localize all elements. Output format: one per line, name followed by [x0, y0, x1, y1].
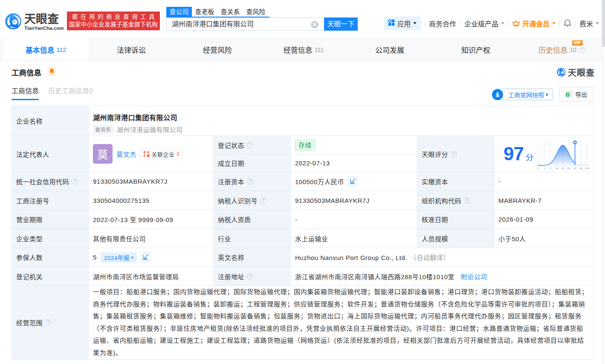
search-tab-relation[interactable]: 查关系 — [217, 7, 243, 17]
company-nav-tabs: 基本信息 112 法律诉讼 经营风险 经营信息 111 公司发展 知识产权 VI… — [0, 39, 605, 61]
arrow-right-icon — [546, 93, 548, 96]
reg-status-label: 登记状态 ? — [214, 136, 291, 154]
taxpayer-qual-value: - — [291, 210, 417, 229]
related-companies-badge[interactable]: 关联企业 3 — [139, 149, 184, 159]
arrow-right-icon — [132, 256, 133, 259]
apps-menu[interactable]: 应用 — [384, 16, 421, 30]
insured-cell: 5 2024年报 — [89, 248, 214, 267]
chevron-down-icon — [501, 22, 504, 24]
nearby-companies-link[interactable]: 附近公司 — [461, 273, 487, 280]
menu-divider — [425, 20, 425, 26]
tab-basic-info-label: 基本信息 — [26, 44, 55, 55]
notifications-bell[interactable] — [564, 19, 571, 27]
search-tab-boss[interactable]: 查老板 — [192, 7, 217, 17]
bell-icon — [49, 68, 55, 74]
tab-risk[interactable]: 经营风险 — [174, 39, 261, 60]
address-label: 注册地址 ? — [214, 267, 291, 286]
tab-basic-info[interactable]: 基本信息 112 — [3, 39, 88, 60]
menu-open-vip-label: 开通会员 — [522, 18, 550, 29]
reg-status-cell: 存续 — [291, 136, 417, 154]
svg-text:85: 85 — [567, 167, 571, 170]
search-tab-company[interactable]: 查公司 — [166, 7, 192, 17]
active-tab-underline — [12, 99, 39, 100]
chevron-down-icon — [596, 22, 599, 24]
score-cell[interactable]: 97 分 — [494, 136, 594, 172]
clear-search-icon[interactable] — [311, 21, 318, 29]
svg-text:99: 99 — [579, 167, 583, 170]
search-tabs: 查公司 查老板 查关系 查风险 — [166, 7, 269, 17]
crown-icon — [512, 20, 520, 26]
logo-text: 天眼查 TianYanCha.com — [24, 14, 64, 31]
tab-legal-label: 法律诉讼 — [117, 44, 146, 55]
table-row: 参保人数 5 2024年报 英文名称 Huz — [12, 248, 594, 267]
avatar[interactable]: 莫 — [93, 144, 113, 164]
tab-ip[interactable]: 知识产权 — [433, 39, 519, 60]
capital-trend-icon[interactable] — [348, 176, 358, 186]
related-companies-count: 3 — [177, 151, 180, 157]
tab-legal[interactable]: 法律诉讼 — [88, 39, 174, 60]
export-button-label: 导出 — [575, 90, 587, 98]
legal-rep-cell: 莫 莫文杰 关联企业 3 — [89, 136, 214, 172]
monitor-bell-button[interactable] — [47, 66, 56, 76]
subtab-history-info[interactable]: 历史工商信息0 — [48, 86, 93, 96]
annual-report-tag[interactable]: 2024年报 — [101, 252, 137, 263]
search-tab-risk[interactable]: 查风险 — [243, 7, 269, 17]
svg-text:3: 3 — [550, 167, 552, 170]
logo-domain: TianYanCha.com — [24, 26, 64, 31]
menu-cooperation[interactable]: 商务合作 — [429, 18, 456, 29]
help-icon[interactable]: ? — [464, 197, 470, 204]
former-name-tag: 曾用名 — [93, 124, 113, 134]
svg-text:50: 50 — [562, 167, 565, 170]
menu-divider — [575, 20, 576, 26]
company-name-label: 企业名称 — [12, 106, 89, 136]
menu-enterprise[interactable]: 企业级产品 — [464, 18, 504, 29]
insured-trend-icon[interactable] — [141, 252, 151, 262]
legal-rep-link[interactable]: 莫文杰 — [116, 150, 136, 159]
help-icon[interactable]: ? — [451, 151, 457, 157]
snapshot-button[interactable]: 工商官网快照 — [496, 89, 553, 100]
score-value: 97 — [504, 143, 524, 165]
table-row: 企业类型 其他有限责任公司 行业 水上运输业 人员规模 小于50人 — [12, 229, 594, 248]
subtab-business-info[interactable]: 工商信息 — [12, 86, 39, 100]
snapshot-button-label: 工商官网快照 — [508, 90, 544, 99]
english-name-cell: Huzhou Nanxun Port Group Co., Ltd. （自动翻译… — [291, 248, 594, 267]
table-row: 营业期限 2022-07-13 至 9999-09-09 纳税人资质 - 核准日… — [12, 210, 594, 229]
svg-text:1: 1 — [544, 167, 546, 170]
bell-icon — [564, 19, 571, 27]
export-button[interactable]: 导出 — [559, 87, 593, 101]
tab-development-label: 公司发展 — [375, 44, 404, 55]
reg-authority-value: 湖州市南浔区市场监督管理局 — [89, 267, 214, 286]
section-title: 工商信息 — [12, 67, 41, 78]
help-icon[interactable]: ? — [247, 273, 253, 280]
search-input[interactable]: 湖州南浔港口集团有限公司 — [166, 17, 324, 31]
tab-operating-label: 经营信息 — [284, 44, 313, 55]
logo-title: 天眼查 — [24, 14, 64, 25]
user-menu[interactable]: 费米 — [579, 18, 599, 29]
help-icon[interactable]: ? — [72, 178, 78, 185]
industry-label: 行业 — [214, 229, 291, 248]
staff-size-label: 人员规模 — [417, 229, 494, 248]
org-code-value: MABRAYKR-7 — [494, 191, 594, 210]
help-icon[interactable]: ? — [247, 178, 253, 185]
tab-operating[interactable]: 经营信息 111 — [261, 39, 347, 60]
business-scope-label: 经营范围 ? — [12, 286, 89, 360]
menu-open-vip[interactable]: 开通会员 — [512, 18, 556, 29]
scrollbar[interactable] — [602, 0, 605, 364]
business-scope-text: 一般项目：船舶港口服务；国内货物运输代理；国际货物运输代理；国内集装箱货物运输代… — [93, 286, 593, 359]
help-icon[interactable]: ? — [247, 142, 253, 148]
search-button[interactable]: 天眼一下 — [324, 17, 358, 31]
reg-capital-value: 100500万人民币 — [295, 177, 344, 186]
apps-menu-label: 应用 — [397, 19, 411, 28]
legal-rep-label: 法定代表人 — [12, 136, 89, 172]
english-name-value: Huzhou Nanxun Port Group Co., Ltd. — [295, 254, 407, 261]
help-icon[interactable]: ? — [45, 319, 52, 326]
industry-value: 水上运输业 — [291, 229, 417, 248]
scrollbar-thumb[interactable] — [602, 0, 605, 47]
search-area: 查公司 查老板 查关系 查风险 湖州南浔港口集团有限公司 天眼一下 — [166, 7, 358, 31]
tab-development[interactable]: 公司发展 — [347, 39, 433, 60]
tianyancha-logo[interactable]: 天眼查 TianYanCha.com — [4, 12, 64, 32]
tab-history[interactable]: VIP 历史信息 10 ? — [519, 39, 605, 60]
score-distribution-chart: 0 1 3 15 50 85 97 99 100 — [538, 140, 588, 170]
help-icon[interactable]: ? — [260, 197, 266, 204]
help-icon[interactable]: ? — [579, 46, 585, 53]
